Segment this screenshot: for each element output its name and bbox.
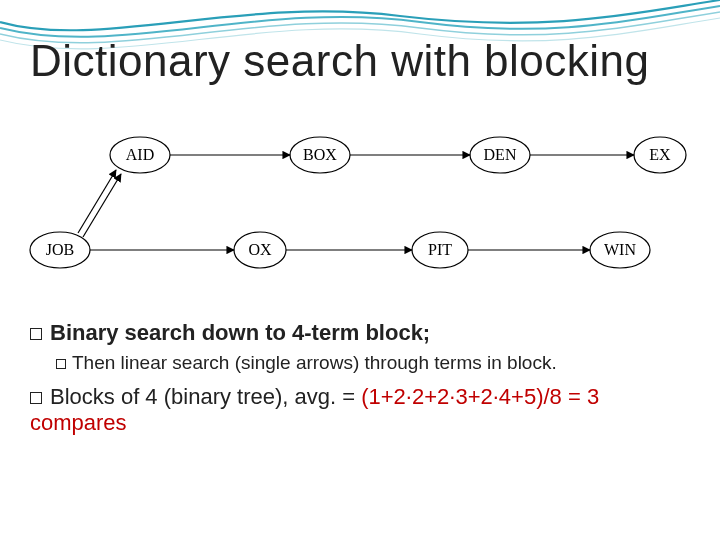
node-pit-label: PIT [428,241,452,258]
node-aid: AID [110,137,170,173]
bullet-box-icon [56,359,66,369]
node-den-label: DEN [484,146,517,163]
node-ex: EX [634,137,686,173]
sub-bullet-linear-search: Then linear search (single arrows) throu… [30,352,716,374]
node-aid-label: AID [126,146,154,163]
svg-line-9 [83,174,121,237]
slide-title: Dictionary search with blocking [30,36,690,86]
node-ox: OX [234,232,286,268]
bullet-avg-prefix: Blocks of 4 (binary tree), avg. = [50,384,361,409]
edge-job-aid-double [78,170,121,237]
node-pit: PIT [412,232,468,268]
sub-bullet-linear-search-text: Then linear search (single arrows) throu… [72,352,557,373]
node-box: BOX [290,137,350,173]
bullet-box-icon [30,392,42,404]
node-job: JOB [30,232,90,268]
bullet-binary-search: Binary search down to 4-term block; [30,320,690,346]
node-ox-label: OX [248,241,272,258]
blocking-diagram: AID BOX DEN EX JOB OX PIT WIN [20,120,700,300]
node-job-label: JOB [46,241,74,258]
node-win-label: WIN [604,241,636,258]
bullet-box-icon [30,328,42,340]
node-box-label: BOX [303,146,337,163]
bullet-binary-search-text: Binary search down to 4-term block; [50,320,430,345]
node-ex-label: EX [649,146,671,163]
node-den: DEN [470,137,530,173]
node-win: WIN [590,232,650,268]
svg-line-8 [78,170,116,233]
bullet-avg-compares: Blocks of 4 (binary tree), avg. = (1+2·2… [30,384,690,436]
